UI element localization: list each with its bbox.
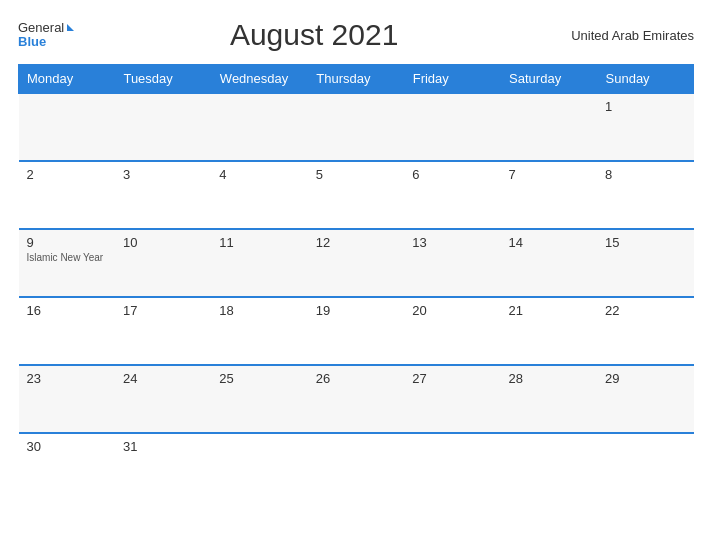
calendar-cell: 31 <box>115 433 211 501</box>
calendar-cell: 3 <box>115 161 211 229</box>
calendar-cell: 16 <box>19 297 115 365</box>
day-number: 3 <box>123 167 203 182</box>
calendar-cell <box>308 93 404 161</box>
calendar-country: United Arab Emirates <box>554 28 694 43</box>
weekday-header-row: MondayTuesdayWednesdayThursdayFridaySatu… <box>19 65 694 94</box>
calendar-cell: 12 <box>308 229 404 297</box>
logo: General Blue <box>18 21 74 50</box>
day-number: 25 <box>219 371 299 386</box>
calendar-cell <box>404 93 500 161</box>
calendar-cell: 14 <box>501 229 597 297</box>
calendar-cell <box>211 433 307 501</box>
day-number: 2 <box>27 167 107 182</box>
day-number: 7 <box>509 167 589 182</box>
logo-blue-text: Blue <box>18 35 46 49</box>
calendar-cell: 29 <box>597 365 693 433</box>
weekday-header: Thursday <box>308 65 404 94</box>
calendar-cell: 22 <box>597 297 693 365</box>
calendar-cell: 20 <box>404 297 500 365</box>
weekday-header: Monday <box>19 65 115 94</box>
calendar-cell <box>19 93 115 161</box>
calendar-cell <box>597 433 693 501</box>
calendar-week-row: 2345678 <box>19 161 694 229</box>
calendar-week-row: 1 <box>19 93 694 161</box>
day-number: 5 <box>316 167 396 182</box>
calendar-cell: 28 <box>501 365 597 433</box>
calendar-grid: MondayTuesdayWednesdayThursdayFridaySatu… <box>18 64 694 501</box>
calendar-title: August 2021 <box>74 18 554 52</box>
calendar-cell <box>115 93 211 161</box>
day-number: 20 <box>412 303 492 318</box>
day-number: 14 <box>509 235 589 250</box>
calendar-week-row: 16171819202122 <box>19 297 694 365</box>
calendar-cell: 7 <box>501 161 597 229</box>
weekday-header: Tuesday <box>115 65 211 94</box>
calendar-cell: 21 <box>501 297 597 365</box>
day-number: 16 <box>27 303 107 318</box>
calendar-cell: 5 <box>308 161 404 229</box>
day-number: 21 <box>509 303 589 318</box>
day-number: 27 <box>412 371 492 386</box>
day-number: 24 <box>123 371 203 386</box>
calendar-cell <box>211 93 307 161</box>
calendar-cell: 11 <box>211 229 307 297</box>
day-number: 15 <box>605 235 685 250</box>
day-number: 30 <box>27 439 107 454</box>
day-number: 18 <box>219 303 299 318</box>
calendar-cell: 24 <box>115 365 211 433</box>
day-number: 10 <box>123 235 203 250</box>
weekday-header: Wednesday <box>211 65 307 94</box>
day-number: 22 <box>605 303 685 318</box>
day-number: 23 <box>27 371 107 386</box>
day-number: 17 <box>123 303 203 318</box>
logo-general-text: General <box>18 21 64 35</box>
calendar-cell: 26 <box>308 365 404 433</box>
day-number: 26 <box>316 371 396 386</box>
calendar-cell <box>501 93 597 161</box>
day-number: 29 <box>605 371 685 386</box>
day-number: 8 <box>605 167 685 182</box>
calendar-cell <box>501 433 597 501</box>
calendar-cell: 17 <box>115 297 211 365</box>
calendar-cell: 23 <box>19 365 115 433</box>
calendar-week-row: 9Islamic New Year101112131415 <box>19 229 694 297</box>
weekday-header: Sunday <box>597 65 693 94</box>
calendar-cell: 6 <box>404 161 500 229</box>
calendar-cell <box>404 433 500 501</box>
calendar-cell: 2 <box>19 161 115 229</box>
holiday-label: Islamic New Year <box>27 252 107 263</box>
day-number: 4 <box>219 167 299 182</box>
logo-triangle-icon <box>67 24 74 31</box>
day-number: 28 <box>509 371 589 386</box>
calendar-cell: 18 <box>211 297 307 365</box>
calendar-cell: 13 <box>404 229 500 297</box>
calendar-cell: 25 <box>211 365 307 433</box>
calendar-cell: 1 <box>597 93 693 161</box>
calendar-cell <box>308 433 404 501</box>
calendar-header: General Blue August 2021 United Arab Emi… <box>18 18 694 52</box>
day-number: 31 <box>123 439 203 454</box>
calendar-cell: 8 <box>597 161 693 229</box>
day-number: 11 <box>219 235 299 250</box>
calendar-cell: 4 <box>211 161 307 229</box>
calendar-cell: 30 <box>19 433 115 501</box>
day-number: 6 <box>412 167 492 182</box>
calendar-cell: 19 <box>308 297 404 365</box>
calendar-cell: 10 <box>115 229 211 297</box>
weekday-header: Saturday <box>501 65 597 94</box>
day-number: 9 <box>27 235 107 250</box>
calendar-cell: 27 <box>404 365 500 433</box>
calendar-container: General Blue August 2021 United Arab Emi… <box>0 0 712 550</box>
calendar-cell: 15 <box>597 229 693 297</box>
day-number: 1 <box>605 99 685 114</box>
weekday-header: Friday <box>404 65 500 94</box>
day-number: 13 <box>412 235 492 250</box>
calendar-week-row: 3031 <box>19 433 694 501</box>
day-number: 19 <box>316 303 396 318</box>
calendar-week-row: 23242526272829 <box>19 365 694 433</box>
calendar-cell: 9Islamic New Year <box>19 229 115 297</box>
day-number: 12 <box>316 235 396 250</box>
